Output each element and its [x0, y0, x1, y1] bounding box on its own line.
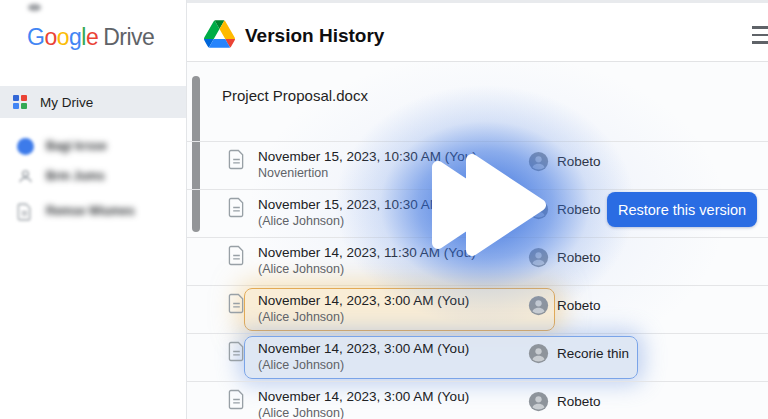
blurred-label: Remse Wiumes	[46, 204, 135, 218]
version-editor: Noveniertion	[258, 166, 328, 180]
avatar-icon	[528, 295, 549, 316]
author-name: Recorie thin	[557, 346, 629, 361]
avatar-icon	[528, 151, 549, 172]
logo-letter: e	[86, 24, 98, 50]
author-name: Robeto	[557, 394, 601, 409]
logo-letter: o	[57, 24, 69, 50]
version-editor: (Alice Johnson)	[258, 262, 344, 276]
document-title: Project Proposal.docx	[222, 87, 368, 104]
version-date: November 14, 2023, 11:30 AM (You)	[258, 245, 476, 260]
logo-letter: o	[44, 24, 56, 50]
sidebar-item-label: My Drive	[40, 95, 93, 110]
logo-product-name: Drive	[103, 24, 154, 50]
avatar-icon	[528, 343, 549, 364]
author-name: Robeto	[557, 250, 601, 265]
avatar-icon	[528, 391, 549, 412]
version-row[interactable]: November 14, 2023, 11:30 AM (You) (Alice…	[187, 237, 768, 285]
version-date: November 14, 2023, 3:00 AM (You)	[258, 293, 469, 308]
sidebar-item-my-drive[interactable]: My Drive	[0, 86, 186, 118]
avatar-icon	[528, 247, 549, 268]
version-date: November 14, 2023, 3:00 AM (You)	[258, 389, 469, 404]
avatar-icon	[528, 199, 549, 220]
drive-triangle-icon	[204, 20, 235, 48]
version-row[interactable]: November 14, 2023, 3:00 AM (You) (Alice …	[187, 381, 768, 419]
author-name: Robeto	[557, 298, 601, 313]
version-editor: (Alice Johnson)	[258, 214, 344, 228]
version-history-header: Version History	[187, 3, 768, 62]
file-icon	[228, 389, 245, 414]
author-name: Robeto	[557, 202, 601, 217]
sidebar-item-blurred-3[interactable]: Remse Wiumes	[0, 199, 186, 223]
logo-letter: G	[27, 24, 44, 50]
restore-version-button[interactable]: Restore this version	[607, 192, 757, 227]
version-editor: (Alice Johnson)	[258, 358, 344, 372]
version-editor: (Alice Johnson)	[258, 406, 344, 419]
blurred-label: Bagi krsse	[46, 139, 107, 153]
my-drive-grid-icon	[13, 95, 27, 109]
file-icon	[228, 149, 245, 174]
menu-icon[interactable]	[752, 26, 768, 49]
blue-dot-icon	[17, 138, 34, 155]
blurred-label: Brm Jums	[46, 169, 105, 183]
sidebar: GoogleDrive My Drive Bagi krsse Brm Jums…	[0, 0, 186, 419]
google-drive-logo: GoogleDrive	[27, 24, 154, 51]
version-editor: (Alice Johnson)	[258, 310, 344, 324]
version-row-highlighted-blue[interactable]: November 14, 2023, 3:00 AM (You) (Alice …	[187, 333, 768, 381]
file-icon	[228, 197, 245, 222]
sidebar-item-blurred-1[interactable]: Bagi krsse	[0, 134, 186, 158]
cropped-ui-fragment	[28, 4, 41, 11]
file-icon	[228, 341, 245, 366]
person-icon	[17, 168, 34, 185]
document-icon	[17, 203, 34, 220]
version-date: November 14, 2023, 3:00 AM (You)	[258, 341, 469, 356]
page-title: Version History	[245, 25, 384, 47]
version-list: November 15, 2023, 10:30 AM (You) Noveni…	[187, 141, 768, 419]
version-row[interactable]: November 15, 2023, 10:30 AM (You) Noveni…	[187, 141, 768, 189]
version-date: November 15, 2023, 10:30 AM (You)	[258, 197, 477, 212]
version-date: November 15, 2023, 10:30 AM (You)	[258, 149, 477, 164]
version-row-highlighted-orange[interactable]: November 14, 2023, 3:00 AM (You) (Alice …	[187, 285, 768, 333]
sidebar-item-blurred-2[interactable]: Brm Jums	[0, 164, 186, 188]
file-icon	[228, 245, 245, 270]
file-icon	[228, 293, 245, 318]
author-name: Robeto	[557, 154, 601, 169]
logo-letter: g	[69, 24, 81, 50]
version-list-panel: Project Proposal.docx November 15, 2023,…	[187, 62, 768, 419]
